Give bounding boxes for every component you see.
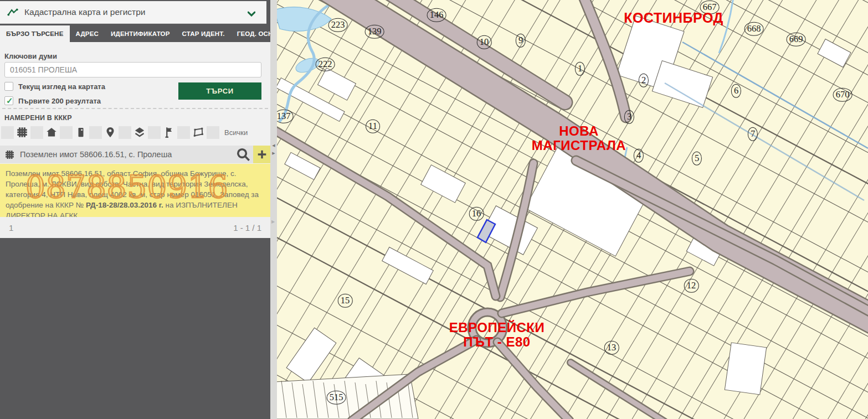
page-number[interactable]: 1 bbox=[9, 223, 13, 232]
keywords-input[interactable] bbox=[4, 62, 261, 77]
map-marker-13: 13 bbox=[604, 341, 619, 355]
filter-checkbox[interactable] bbox=[89, 126, 102, 139]
first-results-label: Първите 200 резултата bbox=[18, 97, 101, 105]
map-marker-6: 6 bbox=[731, 84, 741, 98]
parcel-detail-panel: Поземлен имот 58606.16.51, област София,… bbox=[0, 164, 270, 217]
map-marker-137: 137 bbox=[277, 110, 293, 123]
all-filters-label: Всички bbox=[224, 128, 248, 137]
house-icon[interactable] bbox=[46, 127, 57, 138]
map-marker-11: 11 bbox=[366, 120, 380, 133]
map-marker-16: 16 bbox=[469, 207, 484, 221]
map-marker-668: 668 bbox=[744, 22, 764, 36]
map-marker-146: 146 bbox=[427, 8, 446, 22]
map-marker-7: 7 bbox=[748, 127, 758, 141]
app-title: Кадастрална карта и регистри bbox=[24, 7, 145, 17]
filter-checkbox[interactable] bbox=[119, 126, 131, 139]
filter-checkbox[interactable] bbox=[60, 126, 73, 139]
polygon-icon[interactable] bbox=[193, 127, 204, 138]
map-overlay: 1462231392221091371112367667668669670451… bbox=[277, 0, 868, 419]
layers-icon[interactable] bbox=[134, 127, 145, 138]
map-marker-670: 670 bbox=[833, 88, 852, 102]
keywords-label: Ключови думи bbox=[4, 52, 57, 60]
map-marker-5: 5 bbox=[692, 152, 702, 165]
tab-quick-search[interactable]: БЪРЗО ТЪРСЕНЕ bbox=[0, 25, 70, 42]
pagination-bar: 1 1 - 1 / 1 bbox=[0, 217, 270, 238]
map-place-label-2: ЕВРОПЕЙСКИ ПЪТ - Е80 bbox=[449, 320, 545, 349]
map-place-label-1: НОВА МАГИСТРАЛА bbox=[532, 124, 626, 153]
tab-1[interactable]: АДРЕС bbox=[70, 25, 105, 42]
add-to-map-button[interactable] bbox=[253, 146, 270, 163]
lattice-icon[interactable] bbox=[17, 127, 28, 138]
app-window: Кадастрална карта и регистри БЪРЗО ТЪРСЕ… bbox=[0, 0, 868, 419]
current-view-label: Текущ изглед на картата bbox=[18, 82, 105, 91]
map-marker-12: 12 bbox=[684, 279, 699, 293]
order-number: РД-18-28/28.03.2016 г. bbox=[86, 201, 163, 209]
result-range: 1 - 1 / 1 bbox=[233, 223, 261, 232]
filter-checkbox[interactable] bbox=[1, 126, 14, 139]
collapse-arrows-icon[interactable]: ◀▶ bbox=[271, 142, 276, 157]
result-item-text: Поземлен имот 58606.16.51, с. Пролеша bbox=[20, 150, 236, 159]
search-button[interactable]: ТЪРСИ bbox=[178, 82, 261, 100]
current-view-checkbox[interactable] bbox=[4, 82, 13, 91]
filter-checkbox[interactable] bbox=[148, 126, 161, 139]
filter-checkbox-all[interactable] bbox=[207, 126, 219, 139]
map-marker-515: 515 bbox=[327, 391, 346, 405]
map-marker-223: 223 bbox=[328, 18, 348, 32]
map-marker-10: 10 bbox=[477, 35, 492, 49]
flag-icon[interactable] bbox=[163, 127, 174, 138]
tab-bar: БЪРЗО ТЪРСЕНЕАДРЕСИДЕНТИФИКАТОРСТАР ИДЕН… bbox=[0, 25, 270, 42]
map-marker-3: 3 bbox=[624, 110, 634, 124]
search-icon[interactable] bbox=[236, 147, 250, 162]
first-results-checkbox[interactable] bbox=[4, 96, 13, 105]
map-marker-2: 2 bbox=[639, 74, 649, 87]
chevron-down-icon[interactable] bbox=[248, 9, 255, 14]
map-marker-9: 9 bbox=[516, 34, 526, 48]
layer-selector[interactable]: Кадастрална карта и регистри bbox=[0, 1, 266, 24]
filter-checkbox[interactable] bbox=[177, 126, 190, 139]
tab-3[interactable]: СТАР ИДЕНТ. bbox=[176, 25, 231, 42]
divider bbox=[2, 108, 268, 109]
collapse-arrow-icon[interactable]: ▶ bbox=[271, 219, 275, 224]
current-view-row[interactable]: Текущ изглед на картата bbox=[4, 82, 105, 91]
result-item[interactable]: Поземлен имот 58606.16.51, с. Пролеша bbox=[0, 146, 270, 163]
lattice-icon bbox=[5, 150, 14, 159]
map-marker-1: 1 bbox=[575, 62, 585, 76]
panel-splitter[interactable]: ◀▶ ▶ bbox=[270, 0, 277, 419]
result-type-filters: Всички bbox=[1, 126, 248, 139]
map-place-label-0: КОСТИНБРОД bbox=[624, 11, 723, 25]
map-marker-139: 139 bbox=[365, 25, 384, 39]
sidebar: Кадастрална карта и регистри БЪРЗО ТЪРСЕ… bbox=[0, 0, 270, 419]
map-marker-4: 4 bbox=[634, 149, 644, 163]
plus-icon bbox=[257, 149, 267, 159]
results-header: НАМЕРЕНИ В КККР bbox=[4, 114, 72, 122]
survey-line-icon bbox=[7, 8, 18, 17]
filter-checkbox[interactable] bbox=[30, 126, 43, 139]
map-marker-15: 15 bbox=[338, 294, 353, 308]
parcel-description: Поземлен имот 58606.16.51, област София,… bbox=[6, 169, 248, 199]
first-results-row[interactable]: Първите 200 резултата bbox=[4, 96, 101, 105]
map-marker-669: 669 bbox=[787, 33, 806, 46]
tab-2[interactable]: ИДЕНТИФИКАТОР bbox=[105, 25, 176, 42]
quick-search-panel: Ключови думи Текущ изглед на картата Пър… bbox=[0, 42, 270, 238]
building-icon[interactable] bbox=[75, 127, 86, 138]
map-marker-222: 222 bbox=[316, 58, 335, 71]
pin-icon[interactable] bbox=[105, 127, 116, 138]
cadastral-map[interactable]: 1462231392221091371112367667668669670451… bbox=[277, 0, 868, 419]
